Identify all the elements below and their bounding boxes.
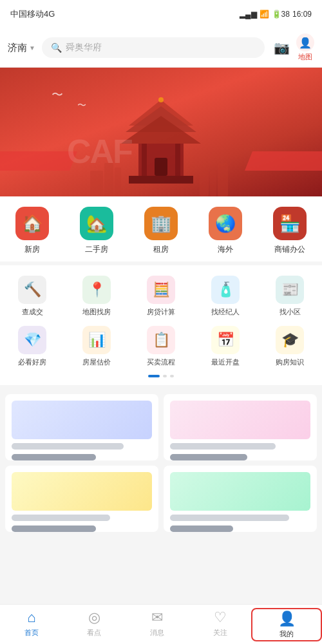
card-2-line-1 [170,443,276,450]
estimate-icon: 📊 [82,326,111,354]
category-rent[interactable]: 🏢 租房 [135,207,187,255]
sub-find-agent[interactable]: 🧴 找经纪人 [200,276,251,317]
svg-rect-9 [90,171,103,196]
good-homes-label: 必看好房 [18,357,46,367]
rent-label: 租房 [153,244,169,255]
svg-point-8 [158,97,164,102]
status-bar: 中国移动4G ▂▄▆ 📶 🔋38 16:09 [0,0,322,28]
card-2-line-2 [170,454,247,460]
card-1-line-2 [12,454,96,460]
tab-home[interactable]: ⌂ 首页 [0,609,63,640]
new-open-label: 最近开盘 [211,357,240,367]
category-overseas[interactable]: 🌏 海外 [200,207,251,255]
home-tab-label: 首页 [24,628,39,638]
sub-find-complex[interactable]: 📰 找小区 [264,276,316,317]
overseas-icon: 🌏 [209,207,242,240]
svg-rect-7 [129,176,193,184]
map-search-label: 地图找房 [82,307,111,317]
map-label: 地图 [298,52,312,62]
sub-map-search[interactable]: 📍 地图找房 [71,276,122,317]
card-4-line-1 [170,515,289,521]
card-1[interactable] [5,394,158,460]
bird-icon-1: 〜 [52,87,63,102]
map-search-icon: 📍 [82,276,111,304]
tab-bar: ⌂ 首页 ◎ 看点 ✉ 消息 ♡ 关注 👤 我的 [0,604,322,644]
message-tab-icon: ✉ [151,609,163,626]
new-home-icon: 🏠 [15,207,49,240]
dot-active [148,375,160,377]
category-second-hand[interactable]: 🏡 二手房 [71,207,122,255]
buy-sell-icon: 📋 [147,326,175,354]
sub-transactions[interactable]: 🔨 查成交 [6,276,58,317]
card-3-line-2 [12,526,96,532]
tab-viewpoint[interactable]: ◎ 看点 [63,609,126,640]
follow-tab-label: 关注 [213,628,227,638]
sub-good-homes[interactable]: 💎 必看好房 [6,326,58,367]
card-4-line-2 [170,526,233,532]
card-2[interactable] [164,394,317,460]
sub-estimate[interactable]: 📊 房屋估价 [71,326,122,367]
banner: 〜 〜 CAF [0,68,322,196]
search-icon: 🔍 [51,43,62,53]
overseas-label: 海外 [218,244,233,255]
find-complex-icon: 📰 [276,276,304,304]
loan-calc-label: 房贷计算 [147,307,175,317]
card-4-image [170,472,310,511]
search-placeholder: 舜奥华府 [66,42,102,53]
tab-mine[interactable]: 👤 我的 [251,608,322,641]
svg-rect-14 [218,163,228,196]
svg-rect-6 [175,144,180,176]
map-button[interactable]: 👤 地图 [296,33,314,62]
sub-loan-calc[interactable]: 🧮 房贷计算 [135,276,187,317]
city-selector[interactable]: 济南 ▼ [8,42,35,54]
svg-rect-4 [155,158,167,176]
search-input-wrap[interactable]: 🔍 舜奥华府 [42,37,265,58]
card-3-line-1 [12,515,110,521]
card-3[interactable] [5,466,158,532]
find-complex-label: 找小区 [279,307,301,317]
sub-new-open[interactable]: 📅 最近开盘 [200,326,251,367]
time-text: 16:09 [292,10,312,19]
svg-rect-5 [142,144,147,176]
tab-message[interactable]: ✉ 消息 [126,609,189,640]
wifi-icon: 📶 [260,10,269,19]
rent-icon: 🏢 [144,207,178,240]
find-agent-label: 找经纪人 [211,307,240,317]
dot-1 [163,375,167,377]
bird-icon-2: 〜 [77,100,86,111]
card-2-image [170,401,310,439]
sub-buy-sell[interactable]: 📋 买卖流程 [135,326,187,367]
category-commercial[interactable]: 🏪 商铺办公 [264,207,316,255]
status-icons: ▂▄▆ 📶 🔋38 16:09 [240,10,312,19]
carrier-text: 中国移动4G [10,8,55,20]
find-agent-icon: 🧴 [211,276,240,304]
page-dots [0,374,322,383]
message-tab-label: 消息 [150,628,164,638]
temple-illustration [90,93,232,196]
card-4[interactable] [164,466,317,532]
map-icon: 👤 [296,33,314,52]
svg-rect-12 [200,166,209,196]
card-1-line-1 [12,443,124,450]
blur-overlay [0,544,322,608]
dot-2 [170,375,174,377]
search-bar: 济南 ▼ 🔍 舜奥华府 📷 👤 地图 [0,28,322,68]
camera-icon[interactable]: 📷 [274,40,290,55]
category-new-home[interactable]: 🏠 新房 [6,207,58,255]
mine-tab-label: 我的 [279,629,294,639]
sub-cats-row-1: 🔨 查成交 📍 地图找房 🧮 房贷计算 🧴 找经纪人 📰 找小区 [0,273,322,323]
good-homes-icon: 💎 [18,326,46,354]
ribbon-left [0,151,77,171]
estimate-label: 房屋估价 [82,357,111,367]
commercial-icon: 🏪 [273,207,307,240]
sub-buy-guide[interactable]: 🎓 购房知识 [264,326,316,367]
viewpoint-tab-icon: ◎ [88,609,100,626]
follow-tab-icon: ♡ [214,609,227,626]
main-categories: 🏠 新房 🏡 二手房 🏢 租房 🌏 海外 🏪 商铺办公 [0,196,322,265]
sub-categories: 🔨 查成交 📍 地图找房 🧮 房贷计算 🧴 找经纪人 📰 找小区 💎 必看好房 … [0,265,322,385]
transactions-label: 查成交 [22,307,43,317]
buy-sell-label: 买卖流程 [147,357,175,367]
second-hand-icon: 🏡 [80,207,113,240]
second-hand-label: 二手房 [85,244,108,255]
tab-follow[interactable]: ♡ 关注 [189,609,252,640]
